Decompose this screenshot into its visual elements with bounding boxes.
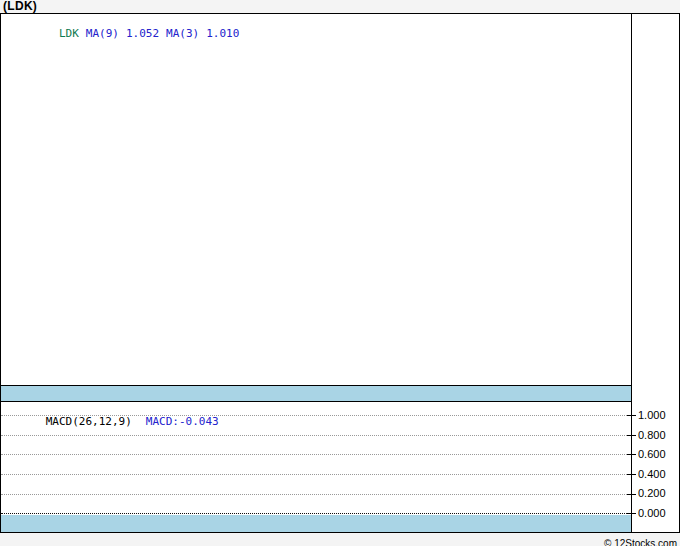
ma3-value: 1.010: [206, 27, 239, 40]
date-axis-strip-upper: [1, 385, 631, 402]
date-axis-strip-lower: [1, 515, 631, 532]
macd-value: MACD:-0.043: [146, 415, 219, 428]
macd-zero-line: [1, 513, 631, 514]
stock-chart-widget: (LDK) LDKMA(9)1.052MA(3)1.010 MACD(26,12…: [0, 0, 680, 546]
price-panel: LDKMA(9)1.052MA(3)1.010: [1, 14, 631, 385]
y-axis-tick-label: 0.600: [638, 448, 680, 460]
y-axis-tick-label: 0.200: [638, 487, 680, 499]
ma3-label: MA(3): [166, 27, 199, 40]
ticker-symbol-label: LDK: [59, 27, 79, 40]
macd-legend: MACD(26,12,9)MACD:-0.043: [6, 404, 219, 440]
title-bar: (LDK): [0, 0, 680, 13]
ma9-label: MA(9): [86, 27, 119, 40]
y-axis-tick-label: 1.000: [638, 409, 680, 421]
footer-bar: © 12Stocks.com: [0, 533, 678, 546]
chart-frame: LDKMA(9)1.052MA(3)1.010 MACD(26,12,9)MAC…: [0, 13, 680, 533]
attribution-link[interactable]: © 12Stocks.com: [604, 538, 678, 546]
macd-params-label: MACD(26,12,9): [46, 415, 132, 428]
axis-divider-line: [631, 14, 632, 532]
page-title: (LDK): [3, 0, 37, 13]
y-axis-tick-label: 0.800: [638, 429, 680, 441]
y-axis-tick-label: 0.400: [638, 468, 680, 480]
macd-gridline: [1, 474, 631, 475]
y-axis-tick-label: 0.000: [638, 507, 680, 519]
ma9-value: 1.052: [126, 27, 159, 40]
price-legend: LDKMA(9)1.052MA(3)1.010: [6, 16, 246, 52]
macd-gridline: [1, 454, 631, 455]
macd-gridline: [1, 494, 631, 495]
